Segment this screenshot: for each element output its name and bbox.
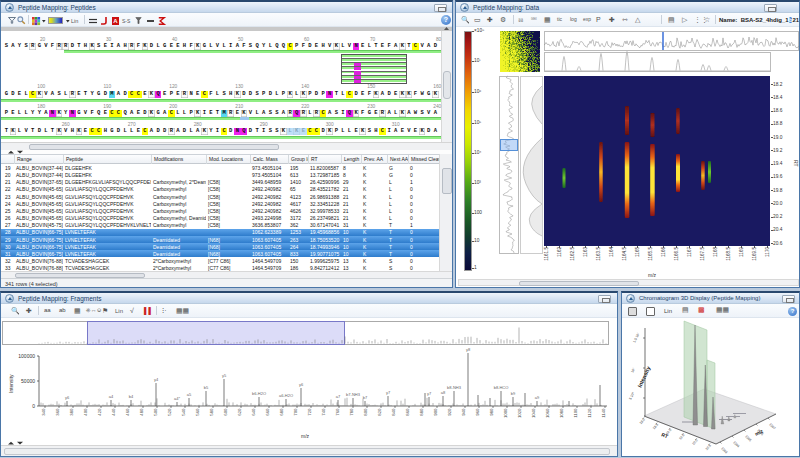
svg-text:1167: 1167 <box>768 422 776 430</box>
svg-text:18.0: 18.0 <box>639 417 646 425</box>
svg-text:b7: b7 <box>363 395 368 400</box>
svg-text:b8-HCO: b8-HCO <box>494 385 509 390</box>
svg-text:760: 760 <box>335 408 340 416</box>
svg-text:1000: 1000 <box>503 408 508 418</box>
svg-text:10⁷: 10⁷ <box>630 367 636 374</box>
svg-text:y6: y6 <box>299 382 304 387</box>
svg-text:100000: 100000 <box>18 353 35 359</box>
svg-text:1080: 1080 <box>559 408 564 418</box>
svg-text:y5: y5 <box>222 373 227 378</box>
svg-text:1164: 1164 <box>732 440 740 448</box>
svg-text:m/z: m/z <box>754 428 765 437</box>
svg-text:Intensity: Intensity <box>8 374 14 393</box>
svg-text:340: 340 <box>41 408 46 416</box>
svg-text:b7-NH3: b7-NH3 <box>346 392 361 397</box>
svg-text:880: 880 <box>419 408 424 416</box>
svg-text:1165: 1165 <box>744 434 752 442</box>
svg-text:780: 780 <box>349 408 354 416</box>
svg-text:y7: y7 <box>427 391 432 396</box>
svg-text:620: 620 <box>237 408 242 416</box>
svg-text:a4: a4 <box>109 394 114 399</box>
svg-text:b8-NH3: b8-NH3 <box>447 385 462 390</box>
svg-text:440: 440 <box>111 408 116 416</box>
svg-text:740: 740 <box>321 408 326 416</box>
svg-text:a8: a8 <box>441 390 446 395</box>
svg-text:540: 540 <box>181 408 186 416</box>
svg-text:19.5: 19.5 <box>678 433 685 441</box>
svg-text:y6: y6 <box>65 395 70 400</box>
svg-text:860: 860 <box>405 408 410 416</box>
svg-text:1140: 1140 <box>601 408 606 418</box>
svg-text:600: 600 <box>223 408 228 416</box>
svg-text:a6-H2O: a6-H2O <box>279 393 293 398</box>
svg-text:660: 660 <box>265 408 270 416</box>
svg-text:580: 580 <box>209 408 214 416</box>
svg-text:a5: a5 <box>187 392 192 397</box>
svg-text:1163: 1163 <box>720 446 728 454</box>
svg-text:700: 700 <box>293 408 298 416</box>
svg-text:b5: b5 <box>204 385 209 390</box>
svg-text:b9: b9 <box>511 391 516 396</box>
svg-text:1040: 1040 <box>531 408 536 418</box>
svg-text:900: 900 <box>433 408 438 416</box>
svg-text:380: 380 <box>69 408 74 416</box>
svg-text:800: 800 <box>363 408 368 416</box>
svg-text:a7: a7 <box>336 394 341 399</box>
svg-text:420: 420 <box>97 408 102 416</box>
svg-text:400: 400 <box>83 408 88 416</box>
svg-text:460: 460 <box>125 408 130 416</box>
svg-text:0: 0 <box>32 403 35 409</box>
svg-text:m/z: m/z <box>301 433 310 439</box>
svg-text:940: 940 <box>461 408 466 416</box>
svg-text:1060: 1060 <box>545 408 550 418</box>
svg-text:b4: b4 <box>129 394 134 399</box>
svg-text:480: 480 <box>139 408 144 416</box>
svg-text:1120: 1120 <box>587 408 592 418</box>
svg-text:y7: y7 <box>386 390 391 395</box>
svg-text:980: 980 <box>489 408 494 416</box>
svg-text:a4*: a4* <box>174 396 180 401</box>
svg-text:50000: 50000 <box>21 378 35 384</box>
svg-text:y8: y8 <box>466 347 471 352</box>
svg-text:b6-H2O: b6-H2O <box>252 391 266 396</box>
svg-text:RT: RT <box>661 431 669 439</box>
svg-text:520: 520 <box>167 408 172 416</box>
svg-text:680: 680 <box>279 408 284 416</box>
svg-text:Intensity: Intensity <box>636 365 651 389</box>
svg-text:1100: 1100 <box>573 408 578 418</box>
svg-text:820: 820 <box>377 408 382 416</box>
svg-text:920: 920 <box>447 408 452 416</box>
svg-text:500: 500 <box>153 408 158 416</box>
svg-text:y4: y4 <box>154 377 159 382</box>
svg-text:640: 640 <box>251 408 256 416</box>
svg-text:5 10⁶: 5 10⁶ <box>628 391 635 400</box>
svg-text:a9: a9 <box>535 395 540 400</box>
svg-text:1020: 1020 <box>517 408 522 418</box>
svg-text:840: 840 <box>391 408 396 416</box>
svg-text:20.0: 20.0 <box>692 438 699 446</box>
svg-text:960: 960 <box>475 408 480 416</box>
svg-text:720: 720 <box>307 408 312 416</box>
svg-text:1.5 10⁷: 1.5 10⁷ <box>632 331 640 343</box>
svg-text:18.5: 18.5 <box>652 423 659 431</box>
svg-text:360: 360 <box>55 408 60 416</box>
svg-text:20.5: 20.5 <box>705 443 712 451</box>
svg-text:560: 560 <box>195 408 200 416</box>
